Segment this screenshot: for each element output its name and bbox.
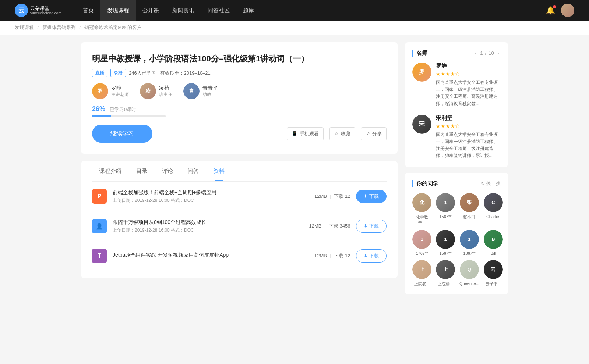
classmate-avatar: 1 xyxy=(436,193,455,212)
download-button-0[interactable]: ⬇ 下载 xyxy=(356,190,387,203)
logo-text-block: 云朵课堂 yunduoketang.com xyxy=(30,6,61,15)
classmate-name: 上院餐... xyxy=(414,281,430,287)
refresh-button[interactable]: ↻ 换一换 xyxy=(481,180,501,187)
material-meta: 上传日期：2019-12-28 16:00 格式：DOC xyxy=(113,197,308,204)
logo-name: 云朵课堂 xyxy=(30,6,61,11)
action-btns: 📱 手机观看 ☆ 收藏 ↗ 分享 xyxy=(287,127,387,140)
classmate-avatar: C xyxy=(484,193,503,212)
share-button[interactable]: ↗ 分享 xyxy=(361,127,387,140)
classmate-item-0[interactable]: 化 化学教书... xyxy=(412,193,431,225)
classmate-item-9[interactable]: 上 上院楼... xyxy=(436,260,455,287)
progress-bar-fill xyxy=(92,115,111,117)
classmate-item-4[interactable]: 1 1767** xyxy=(412,230,431,256)
progress-label: 26% xyxy=(92,105,105,113)
classmate-item-2[interactable]: 张 张小田 xyxy=(459,193,479,225)
classmates-header: 你的同学 ↻ 换一换 xyxy=(412,180,501,187)
nav-item-新闻资讯[interactable]: 新闻资讯 xyxy=(166,0,201,21)
classmate-item-1[interactable]: 1 1567** xyxy=(436,193,455,225)
tab-课程介绍[interactable]: 课程介绍 xyxy=(92,161,129,181)
tab-目录[interactable]: 目录 xyxy=(129,161,155,181)
logo[interactable]: 云 云朵课堂 yunduoketang.com xyxy=(15,4,61,17)
teacher-details: 宋利坚 ★★★★☆ 国内某重点大学安全工程专业硕士，国家一级注册消防工程师、注册… xyxy=(436,115,501,160)
classmate-item-11[interactable]: 云 云子平... xyxy=(484,260,503,287)
classmate-item-6[interactable]: 1 1867** xyxy=(459,230,479,256)
collect-button[interactable]: ☆ 收藏 xyxy=(329,127,355,140)
nav-item-···[interactable]: ··· xyxy=(261,0,279,21)
classmate-name: 1867** xyxy=(463,251,475,256)
teachers-list: 罗 罗静 ★★★★☆ 国内某重点大学安全工程专业硕士，国家一级注册消防工程师、注… xyxy=(412,63,501,160)
instructor-青青平: 青 青青平 助教 xyxy=(183,83,218,99)
nav-right: 🔔 xyxy=(546,4,574,17)
download-button-2[interactable]: ⬇ 下载 xyxy=(356,249,387,263)
breadcrumb-item-2[interactable]: 销冠修炼术搞定80%的客户 xyxy=(84,25,142,30)
instructor-罗静: 罗 罗静 主讲老师 xyxy=(92,83,129,99)
material-icon: T xyxy=(92,249,107,263)
classmate-item-7[interactable]: B Bill xyxy=(484,230,503,256)
progress-section: 26% 已学习0课时 xyxy=(92,105,387,117)
tab-资料[interactable]: 资料 xyxy=(206,161,232,181)
classmates-card: 你的同学 ↻ 换一换 化 化学教书... 1 1567** 张 张小田 C Ch… xyxy=(405,173,508,294)
classmate-item-10[interactable]: Q Queence... xyxy=(459,260,479,287)
continue-button[interactable]: 继续学习 xyxy=(92,125,152,143)
course-title: 明星中教授课，小学阶段语法100分–强化级第1讲动词（一） xyxy=(92,53,387,64)
phone-watch-button[interactable]: 📱 手机观看 xyxy=(287,127,324,140)
tab-问答[interactable]: 问答 xyxy=(180,161,206,181)
badge-record: 录播 xyxy=(110,69,126,77)
classmate-avatar: 1 xyxy=(436,230,455,249)
user-avatar-nav[interactable] xyxy=(561,4,574,17)
refresh-label: 换一换 xyxy=(486,180,501,187)
breadcrumb-item-0[interactable]: 发现课程 xyxy=(15,25,34,30)
avatar-circle: 凌 xyxy=(140,83,156,99)
course-actions: 继续学习 📱 手机观看 ☆ 收藏 ↗ 分享 xyxy=(92,125,387,143)
classmate-avatar: 云 xyxy=(484,260,503,279)
teacher-stars: ★★★★☆ xyxy=(436,71,501,77)
instructor-info: 凌荷 班主任 xyxy=(159,85,172,98)
refresh-icon: ↻ xyxy=(481,181,485,186)
instructor-name: 青青平 xyxy=(202,85,218,92)
logo-sub: yunduoketang.com xyxy=(30,11,61,15)
page-sep: / xyxy=(485,50,487,56)
classmate-avatar: 上 xyxy=(436,260,455,279)
teacher-name: 宋利坚 xyxy=(436,115,501,122)
teacher-desc: 国内某重点大学安全工程专业硕士，国家一级注册消防工程师、注册安全工程师、级注册建… xyxy=(436,131,501,160)
classmate-item-8[interactable]: 上 上院餐... xyxy=(412,260,431,287)
material-stats: 12MB|下载 12 xyxy=(314,253,350,259)
nav-item-首页[interactable]: 首页 xyxy=(76,0,100,21)
progress-sub: 已学习0课时 xyxy=(110,107,136,112)
classmate-name: 1567** xyxy=(439,251,451,256)
teachers-title: 名师 xyxy=(412,50,427,57)
nav-item-发现课程[interactable]: 发现课程 xyxy=(100,0,136,21)
tab-评论[interactable]: 评论 xyxy=(155,161,180,181)
breadcrumb-item-1[interactable]: 新媒体营销系列 xyxy=(42,25,76,30)
classmate-name: 上院楼... xyxy=(438,281,453,287)
classmate-item-5[interactable]: 1 1567** xyxy=(436,230,455,256)
prev-page-btn[interactable]: ‹ xyxy=(473,50,478,57)
classmate-name: 张小田 xyxy=(463,214,475,220)
material-title: 前端全栈加强版！前端全栈+全周期+多端应用 xyxy=(113,189,308,196)
nav-item-问答社区[interactable]: 问答社区 xyxy=(201,0,236,21)
tabs-header: 课程介绍目录评论问答资料 xyxy=(92,161,387,182)
classmate-item-3[interactable]: C Charles xyxy=(484,193,503,225)
classmate-name: 1767** xyxy=(416,251,428,256)
material-icon: P xyxy=(92,189,107,204)
teacher-details: 罗静 ★★★★☆ 国内某重点大学安全工程专业硕士，国家一级注册消防工程师、注册安… xyxy=(436,63,501,107)
teacher-avatar: 罗 xyxy=(412,63,431,82)
teacher-item-宋利坚: 宋 宋利坚 ★★★★☆ 国内某重点大学安全工程专业硕士，国家一级注册消防工程师、… xyxy=(412,115,501,160)
tabs-body: P 前端全栈加强版！前端全栈+全周期+多端应用 上传日期：2019-12-28 … xyxy=(92,182,387,278)
download-button-1[interactable]: ⬇ 下载 xyxy=(356,220,387,233)
course-badges: 直播 录播 246人已学习 · 有效期至：2019–10–21 xyxy=(92,69,387,77)
course-meta: 246人已学习 · 有效期至：2019–10–21 xyxy=(129,70,211,76)
instructor-role: 主讲老师 xyxy=(111,92,129,98)
instructor-凌荷: 凌 凌荷 班主任 xyxy=(140,83,172,99)
nav-item-题库[interactable]: 题库 xyxy=(236,0,261,21)
page-nav: ‹ 1 / 10 › xyxy=(473,50,501,57)
nav-item-公开课[interactable]: 公开课 xyxy=(136,0,166,21)
right-sidebar: 名师 ‹ 1 / 10 › 罗 罗静 ★★★★☆ 国内某重点大学安全工程专业硕士… xyxy=(405,42,508,300)
material-item-1: 👤 跟随千万级项目从0到100全过程高效成长 上传日期：2019-12-28 1… xyxy=(92,211,387,241)
next-page-btn[interactable]: › xyxy=(496,50,501,57)
notification-bell[interactable]: 🔔 xyxy=(546,6,555,15)
classmate-name: Queence... xyxy=(459,281,479,286)
material-title: 跟随千万级项目从0到100全过程高效成长 xyxy=(113,219,303,226)
classmate-avatar: 1 xyxy=(460,230,479,249)
phone-icon: 📱 xyxy=(292,131,297,136)
